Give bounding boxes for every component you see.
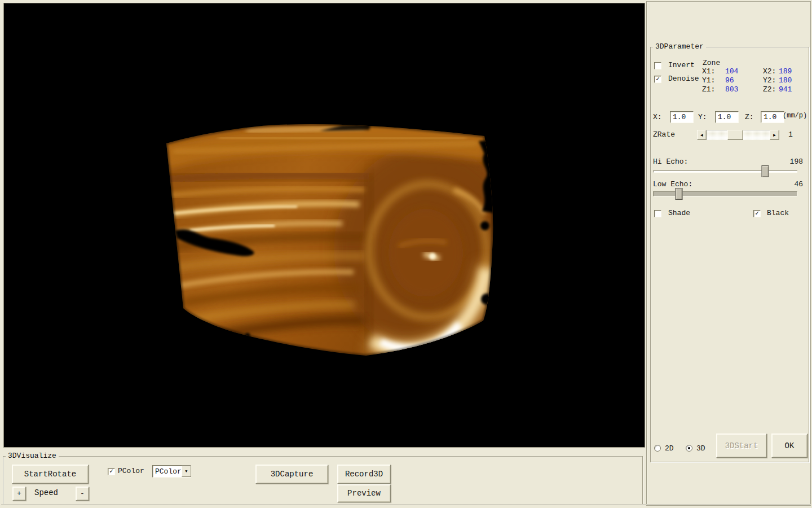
hi-echo-track[interactable] xyxy=(653,170,797,173)
y-scale-field[interactable] xyxy=(715,111,739,123)
dropdown-arrow-icon[interactable]: ▼ xyxy=(182,466,191,477)
visualize-groupbox: 3DVisualize StartRotate ✓ PColor PColor … xyxy=(3,456,643,505)
start-rotate-button[interactable]: StartRotate xyxy=(12,465,89,484)
3dstart-button[interactable]: 3DStart xyxy=(716,433,767,458)
invert-label: Invert xyxy=(668,61,695,69)
zone-y1-label: Y1: xyxy=(702,76,715,85)
z-scale-label: Z: xyxy=(745,113,754,121)
speed-minus-button[interactable]: - xyxy=(76,487,89,501)
zone-x1-label: X1: xyxy=(702,67,715,76)
hi-echo-value: 198 xyxy=(752,157,803,166)
black-checkbox[interactable]: ✓ xyxy=(753,210,761,217)
pcolor-select-value: PColor xyxy=(153,466,182,477)
visualize-title: 3DVisualize xyxy=(6,452,59,461)
low-echo-value: 46 xyxy=(752,180,803,189)
pcolor-checkbox[interactable]: ✓ xyxy=(108,468,115,475)
zrate-left-arrow-icon[interactable]: ◄ xyxy=(697,130,707,140)
zrate-thumb[interactable] xyxy=(727,130,743,140)
zone-z2-label: Z2: xyxy=(763,85,776,94)
zone-label: Zone xyxy=(703,59,720,67)
hi-echo-slider[interactable] xyxy=(653,165,797,177)
denoise-checkbox[interactable]: ✓ xyxy=(654,76,661,83)
zrate-right-arrow-icon[interactable]: ► xyxy=(770,130,779,140)
preview-button[interactable]: Preview xyxy=(337,484,391,502)
x-scale-label: X: xyxy=(653,113,662,121)
denoise-label: Denoise xyxy=(668,75,699,83)
low-echo-slider[interactable] xyxy=(653,188,797,200)
zone-z2-value: 941 xyxy=(779,85,792,94)
black-label: Black xyxy=(767,209,789,217)
zone-z1-label: Z1: xyxy=(702,85,715,94)
zone-y2-label: Y2: xyxy=(763,76,776,85)
zrate-track[interactable] xyxy=(707,130,770,140)
window-bottom-edge xyxy=(1,504,811,505)
zrate-scrollbar[interactable]: ◄ ► xyxy=(697,130,779,140)
speed-label: Speed xyxy=(34,488,58,497)
zone-y2-value: 180 xyxy=(779,76,792,85)
shade-checkbox[interactable] xyxy=(654,210,661,217)
low-echo-thumb[interactable] xyxy=(676,188,683,200)
zrate-label: ZRate xyxy=(653,130,675,139)
x-scale-field[interactable] xyxy=(670,111,694,123)
speed-plus-button[interactable]: + xyxy=(12,487,26,501)
render-viewport[interactable] xyxy=(3,3,645,448)
record3d-button[interactable]: Record3D xyxy=(337,465,391,484)
pcolor-label: PColor xyxy=(118,467,144,475)
zone-y1-value: 96 xyxy=(725,76,734,85)
invert-checkbox[interactable] xyxy=(654,62,661,69)
shade-label: Shade xyxy=(668,209,690,217)
zone-x2-label: X2: xyxy=(763,67,776,76)
scale-unit-label: (mm/p) xyxy=(783,112,807,120)
low-echo-track[interactable] xyxy=(653,191,797,196)
mode-2d-radio[interactable] xyxy=(654,445,661,452)
zone-x1-value: 104 xyxy=(725,67,738,76)
mode-3d-label: 3D xyxy=(696,444,705,453)
zone-x2-value: 189 xyxy=(779,67,792,76)
hi-echo-label: Hi Echo: xyxy=(653,157,688,166)
mode-3d-radio[interactable] xyxy=(686,445,692,452)
parameter-title: 3DParameter xyxy=(653,42,706,51)
hi-echo-thumb[interactable] xyxy=(761,165,769,177)
ok-button[interactable]: OK xyxy=(771,433,807,458)
app-window: 3DParameter Invert ✓ Denoise Zone X1: 10… xyxy=(0,0,812,508)
zone-z1-value: 803 xyxy=(725,85,738,94)
parameter-groupbox: 3DParameter Invert ✓ Denoise Zone X1: 10… xyxy=(650,47,809,462)
pcolor-select[interactable]: PColor ▼ xyxy=(152,465,191,478)
zrate-value: 1 xyxy=(788,130,793,139)
y-scale-label: Y: xyxy=(698,113,707,121)
low-echo-label: Low Echo: xyxy=(653,180,692,189)
mode-2d-label: 2D xyxy=(665,444,674,453)
z-scale-field[interactable] xyxy=(761,111,784,123)
volume-render xyxy=(4,3,646,448)
parameter-panel: 3DParameter Invert ✓ Denoise Zone X1: 10… xyxy=(646,1,811,506)
3dcapture-button[interactable]: 3DCapture xyxy=(255,465,328,484)
